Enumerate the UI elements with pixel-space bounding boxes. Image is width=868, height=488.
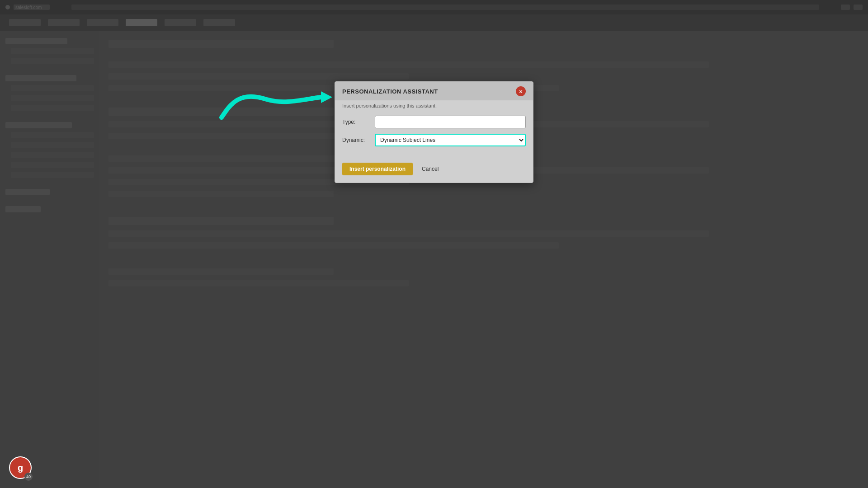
modal-header: PERSONALIZATION ASSISTANT × <box>335 82 533 100</box>
personalization-assistant-modal: PERSONALIZATION ASSISTANT × Insert perso… <box>335 81 533 183</box>
modal-title: PERSONALIZATION ASSISTANT <box>342 88 438 95</box>
dynamic-label: Dynamic: <box>342 137 369 143</box>
notification-badge: 40 <box>24 473 33 481</box>
dynamic-select[interactable]: Dynamic Subject Lines Dynamic Content Fi… <box>375 134 526 146</box>
avatar-letter: g <box>18 463 23 473</box>
type-label: Type: <box>342 119 369 125</box>
cancel-button[interactable]: Cancel <box>418 163 442 175</box>
type-row: Type: <box>342 116 526 128</box>
modal-close-button[interactable]: × <box>516 86 526 96</box>
dynamic-row: Dynamic: Dynamic Subject Lines Dynamic C… <box>342 134 526 146</box>
insert-personalization-button[interactable]: Insert personalization <box>342 163 413 175</box>
modal-footer: Insert personalization Cancel <box>335 161 533 183</box>
modal-body: Type: Dynamic: Dynamic Subject Lines Dyn… <box>335 108 533 161</box>
modal-overlay: PERSONALIZATION ASSISTANT × Insert perso… <box>0 0 868 488</box>
type-input[interactable] <box>375 116 526 128</box>
modal-subtitle: Insert personalizations using this assis… <box>335 100 533 108</box>
